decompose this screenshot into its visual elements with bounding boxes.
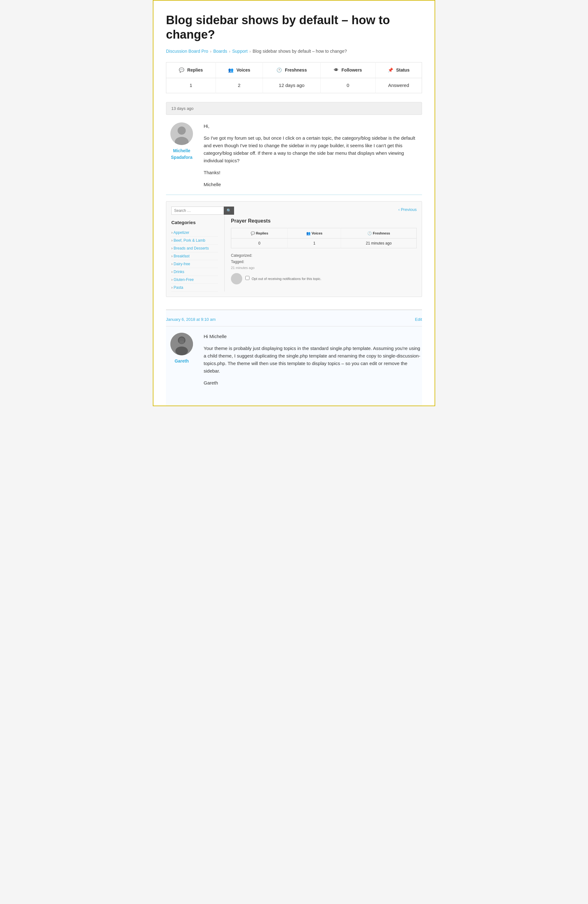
mini-freshness-icon: 🕐 — [367, 231, 373, 235]
tagged-line: Tagged: — [231, 259, 417, 265]
mini-stats-row: 0 1 21 minutes ago — [231, 239, 417, 248]
opt-out-label: Opt out of receiving notifications for t… — [245, 276, 321, 281]
stat-freshness: 12 days ago — [263, 78, 321, 93]
th-status: 📌 Status — [375, 62, 422, 78]
category-item[interactable]: Appetizer — [171, 229, 218, 237]
screenshot-inner: 🔍 Categories AppetizerBeef, Pork & LambB… — [166, 202, 422, 297]
stat-voices: 2 — [216, 78, 263, 93]
author-name[interactable]: Michelle Spadafora — [171, 147, 192, 161]
categories-title: Categories — [171, 219, 218, 226]
first-post: Michelle Spadafora Hi, So I've got my fo… — [166, 122, 422, 188]
category-item[interactable]: Beef, Pork & Lamb — [171, 237, 218, 245]
mini-timestamp: 21 minutes ago — [231, 265, 417, 270]
search-bar[interactable]: 🔍 — [171, 207, 218, 215]
th-freshness: 🕐 Freshness — [263, 62, 321, 78]
th-voices: 👥 Voices — [216, 62, 263, 78]
prayer-title: Prayer Requests — [231, 217, 417, 225]
page-title: Blog sidebar shows by default – how to c… — [166, 13, 422, 42]
followers-icon: 👁 — [334, 68, 338, 73]
category-item[interactable]: Dairy-free — [171, 260, 218, 268]
breadcrumb-sep-2: › — [229, 49, 230, 54]
prev-link[interactable]: Previous — [231, 207, 417, 213]
post-timestamp: 13 days ago — [171, 106, 194, 111]
breadcrumb-link-dbp[interactable]: Discussion Board Pro — [166, 48, 208, 55]
categories-list: AppetizerBeef, Pork & LambBreads and Des… — [171, 229, 218, 292]
mini-stat-replies: 0 — [231, 239, 288, 248]
post-divider — [166, 194, 422, 195]
svg-point-5 — [175, 346, 188, 355]
mini-th-replies: 💬 Replies — [231, 228, 288, 239]
post-body1: So I've got my forum set up, but once I … — [203, 134, 422, 164]
search-input[interactable] — [171, 207, 224, 215]
post-greeting: Hi, — [203, 122, 422, 130]
mini-stats-table: 💬 Replies 👥 Voices 🕐 Freshness — [231, 228, 417, 248]
mini-th-voices: 👥 Voices — [288, 228, 341, 239]
breadcrumb-current: Blog sidebar shows by default – how to c… — [252, 48, 347, 55]
avatar — [170, 122, 193, 145]
category-item[interactable]: Breads and Desserts — [171, 245, 218, 252]
mini-replies-icon: 💬 — [251, 231, 256, 235]
opt-out-checkbox[interactable] — [245, 276, 249, 280]
breadcrumb-link-support[interactable]: Support — [232, 48, 247, 55]
post-timestamp-bar: 13 days ago — [166, 102, 422, 115]
reply-header: January 6, 2018 at 9:10 am Edit — [166, 316, 422, 327]
th-followers: 👁 Followers — [321, 62, 375, 78]
reply-greeting: Hi Michelle — [203, 333, 422, 340]
mini-stat-freshness: 21 minutes ago — [341, 239, 417, 248]
replies-icon: 💬 — [179, 68, 184, 73]
status-icon: 📌 — [388, 68, 393, 73]
edit-link[interactable]: Edit — [415, 316, 422, 323]
mini-voices-icon: 👥 — [306, 231, 312, 235]
category-item[interactable]: Drinks — [171, 268, 218, 276]
reply-author-name[interactable]: Gareth — [175, 358, 189, 364]
post-content: Hi, So I've got my forum set up, but onc… — [203, 122, 422, 188]
freshness-icon: 🕐 — [276, 68, 282, 73]
gareth-avatar — [170, 333, 193, 355]
screenshot-embed: 🔍 Categories AppetizerBeef, Pork & LambB… — [166, 201, 422, 297]
post-sign-off: Michelle — [203, 181, 422, 188]
screenshot-right: Previous Prayer Requests 💬 Replies 👥 Voi… — [225, 207, 417, 292]
breadcrumb-sep-1: › — [210, 49, 211, 54]
author-col: Michelle Spadafora — [166, 122, 197, 188]
reply-timestamp: January 6, 2018 at 9:10 am — [166, 316, 216, 323]
voices-icon: 👥 — [228, 68, 233, 73]
category-item[interactable]: Gluten-Free — [171, 276, 218, 284]
mini-stat-voices: 1 — [288, 239, 341, 248]
breadcrumb-link-boards[interactable]: Boards — [213, 48, 227, 55]
stats-row: 1 2 12 days ago 0 Answered — [166, 78, 422, 93]
breadcrumb: Discussion Board Pro › Boards › Support … — [166, 48, 422, 55]
mini-th-freshness: 🕐 Freshness — [341, 228, 417, 239]
category-item[interactable]: Breakfast — [171, 252, 218, 260]
reply-content: Hi Michelle Your theme is probably just … — [203, 333, 422, 387]
reply-body1: Your theme is probably just displaying t… — [203, 345, 422, 375]
post-body2: Thanks! — [203, 169, 422, 176]
th-replies: 💬 Replies — [166, 62, 216, 78]
reply-sign-off: Gareth — [203, 379, 422, 387]
svg-point-1 — [178, 126, 186, 135]
category-item[interactable]: Pasta — [171, 284, 218, 292]
page-wrapper: Blog sidebar shows by default – how to c… — [153, 0, 435, 406]
mini-avatar — [231, 273, 242, 284]
stat-status: Answered — [375, 78, 422, 93]
reply-section: January 6, 2018 at 9:10 am Edit Gareth — [166, 310, 422, 406]
svg-point-7 — [179, 341, 184, 344]
stat-replies: 1 — [166, 78, 216, 93]
stats-table: 💬 Replies 👥 Voices 🕐 Freshness 👁 Followe… — [166, 62, 422, 93]
stat-followers: 0 — [321, 78, 375, 93]
reply-author-col: Gareth — [166, 333, 197, 387]
opt-out-row: Opt out of receiving notifications for t… — [231, 273, 417, 284]
categorized-line: Categorized: — [231, 253, 417, 258]
breadcrumb-sep-3: › — [249, 49, 251, 54]
screenshot-left: 🔍 Categories AppetizerBeef, Pork & LambB… — [171, 207, 225, 292]
reply-post: Gareth Hi Michelle Your theme is probabl… — [166, 333, 422, 387]
